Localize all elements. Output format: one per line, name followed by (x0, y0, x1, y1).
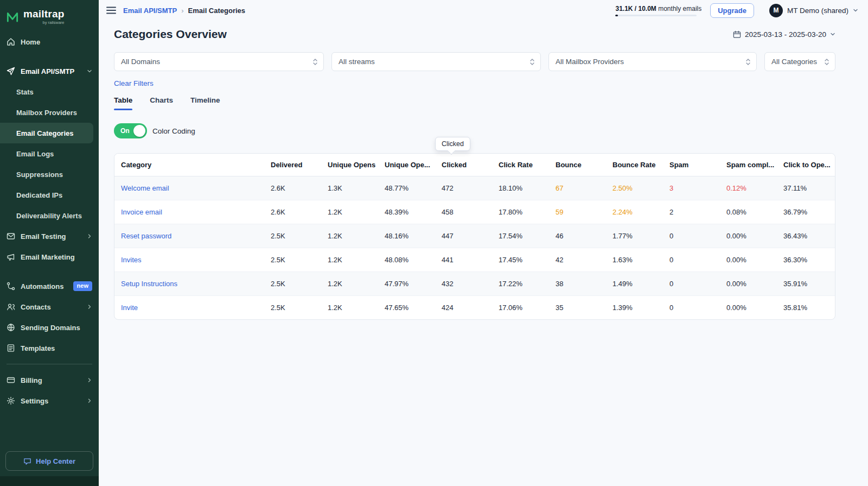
column-header[interactable]: Click Rate (493, 154, 550, 176)
sidebar-item-email-marketing[interactable]: Email Marketing (0, 247, 99, 267)
table-cell: 17.80% (493, 200, 550, 224)
table-cell: 472 (436, 176, 493, 200)
table-cell: 0.08% (721, 200, 778, 224)
mailbox-providers-select[interactable]: All Mailbox Providers (548, 52, 757, 71)
table-cell: 0.00% (721, 248, 778, 272)
megaphone-icon (7, 253, 15, 261)
table-cell: 48.16% (379, 224, 436, 248)
sidebar-item-sending-domains[interactable]: Sending Domains (0, 317, 99, 338)
tab-charts[interactable]: Charts (150, 96, 173, 110)
table-cell: 0 (664, 248, 721, 272)
column-header[interactable]: Bounce (550, 154, 607, 176)
category-cell: Reset password (114, 224, 265, 248)
table-cell: 36.79% (778, 200, 835, 224)
category-cell: Invoice email (114, 200, 265, 224)
breadcrumb-parent-link[interactable]: Email API/SMTP (123, 7, 177, 15)
tab-table[interactable]: Table (114, 96, 132, 110)
category-cell: Invite (114, 296, 265, 320)
sidebar-item-label: Stats (16, 88, 34, 96)
column-header[interactable]: Category (114, 154, 265, 176)
column-header[interactable]: Clicked (436, 154, 493, 176)
sidebar-item-email-api-smtp[interactable]: Email API/SMTP (0, 61, 99, 81)
column-header[interactable]: Unique Opens (322, 154, 379, 176)
help-center-button[interactable]: Help Center (5, 451, 93, 471)
category-cell: Setup Instructions (114, 272, 265, 296)
clicked-tooltip: Clicked (435, 137, 470, 151)
table-cell: 0.00% (721, 224, 778, 248)
chevron-right-icon (87, 233, 92, 239)
sidebar-item-stats[interactable]: Stats (0, 81, 99, 102)
template-icon (7, 344, 15, 352)
sidebar-item-deliverability-alerts[interactable]: Deliverability Alerts (0, 205, 99, 226)
category-link[interactable]: Invites (121, 256, 142, 264)
chevron-down-icon (830, 31, 835, 37)
account-menu[interactable]: M MT Demo (shared) (769, 4, 858, 17)
streams-select[interactable]: All streams (331, 52, 541, 71)
sidebar-item-dedicated-ips[interactable]: Dedicated IPs (0, 185, 99, 205)
credit-card-icon (7, 376, 15, 384)
column-header[interactable]: Bounce Rate (607, 154, 664, 176)
table-cell: 2.5K (265, 248, 322, 272)
usage-progress-bar (615, 15, 697, 16)
category-link[interactable]: Welcome email (121, 184, 169, 192)
usage-suffix: monthly emails (658, 5, 701, 12)
category-link[interactable]: Invite (121, 304, 138, 312)
tab-timeline[interactable]: Timeline (190, 96, 220, 110)
sidebar-item-contacts[interactable]: Contacts (0, 296, 99, 317)
table-row: Invite2.5K1.2K47.65%42417.06%351.39%00.0… (114, 296, 835, 320)
table-body: Welcome email2.6K1.3K48.77%47218.10%672.… (114, 176, 835, 320)
title-row: Categories Overview 2025-03-13 - 2025-03… (114, 28, 835, 41)
send-icon (7, 67, 15, 75)
column-header[interactable]: Spam (664, 154, 721, 176)
toggle-state-label: On (120, 127, 130, 135)
sidebar-bottom-band (0, 476, 99, 486)
category-link[interactable]: Invoice email (121, 208, 162, 216)
clear-filters-link[interactable]: Clear Filters (114, 79, 154, 87)
table-cell: 0.00% (721, 272, 778, 296)
table-cell: 67 (550, 176, 607, 200)
chevron-down-icon (87, 68, 92, 74)
envelope-icon (7, 232, 15, 241)
column-header[interactable]: Delivered (265, 154, 322, 176)
color-coding-toggle[interactable]: On (114, 123, 147, 138)
table-cell: 458 (436, 200, 493, 224)
sidebar-item-billing[interactable]: Billing (0, 370, 99, 390)
sidebar-item-mailbox-providers[interactable]: Mailbox Providers (0, 102, 99, 123)
table-cell: 2.5K (265, 272, 322, 296)
sidebar-item-email-testing[interactable]: Email Testing (0, 226, 99, 247)
category-link[interactable]: Setup Instructions (121, 280, 177, 288)
color-coding-label: Color Coding (152, 127, 195, 135)
usage-count: 31.1K / 10.0M (615, 5, 656, 12)
column-header[interactable]: Click to Ope... (778, 154, 835, 176)
column-header[interactable]: Unique Ope... (379, 154, 436, 176)
sidebar-item-email-categories[interactable]: Email Categories (0, 123, 93, 143)
mailbox-providers-select-value: All Mailbox Providers (556, 58, 624, 66)
menu-icon[interactable] (106, 7, 116, 14)
account-name: MT Demo (shared) (787, 7, 848, 15)
home-icon (7, 37, 15, 46)
sidebar-item-settings[interactable]: Settings (0, 390, 99, 411)
upgrade-button[interactable]: Upgrade (710, 3, 754, 18)
sidebar-item-label: Home (21, 38, 40, 46)
column-header[interactable]: Spam compl... (721, 154, 778, 176)
table-cell: 2.6K (265, 176, 322, 200)
domains-select[interactable]: All Domains (114, 52, 324, 71)
brand-logo[interactable]: mailtrap by railsware (0, 0, 99, 31)
sidebar-item-automations[interactable]: Automations new (0, 276, 99, 296)
date-range-picker[interactable]: 2025-03-13 - 2025-03-20 (733, 30, 835, 39)
categories-select[interactable]: All Categories (764, 52, 835, 71)
sidebar-item-label: Email Logs (16, 150, 54, 158)
sidebar-item-email-logs[interactable]: Email Logs (0, 143, 99, 164)
sidebar-item-home[interactable]: Home (0, 31, 99, 52)
table-cell: 17.22% (493, 272, 550, 296)
date-range-value: 2025-03-13 - 2025-03-20 (745, 30, 826, 39)
table-cell: 59 (550, 200, 607, 224)
category-link[interactable]: Reset password (121, 232, 171, 240)
select-arrows-icon (745, 58, 751, 66)
chevron-right-icon (87, 398, 92, 403)
sidebar-item-suppressions[interactable]: Suppressions (0, 164, 99, 185)
sidebar-item-label: Dedicated IPs (16, 191, 62, 199)
table-cell: 1.2K (322, 272, 379, 296)
sidebar-item-templates[interactable]: Templates (0, 338, 99, 358)
sidebar-item-label: Email Testing (21, 232, 66, 241)
